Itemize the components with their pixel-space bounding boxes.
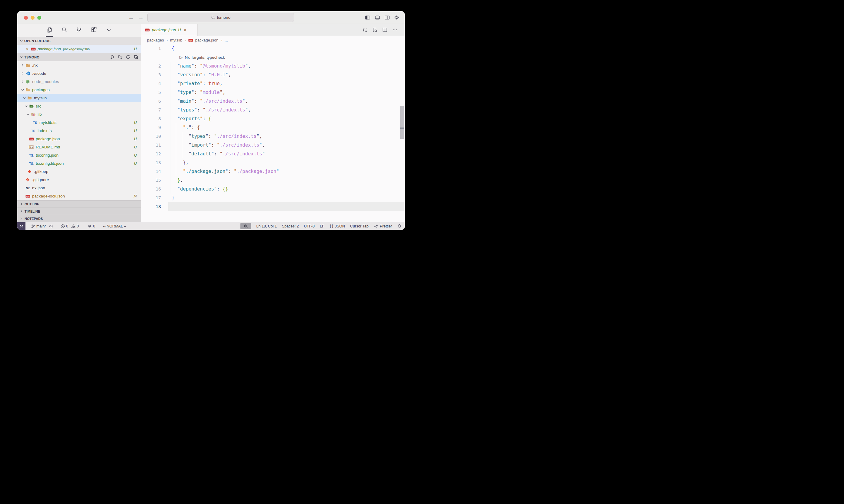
scrollbar-thumb[interactable]	[400, 106, 404, 139]
toggle-primary-sidebar-icon[interactable]	[365, 15, 371, 20]
npm-file-icon: npm	[188, 38, 193, 42]
collapse-folders-icon[interactable]	[134, 55, 138, 59]
tree-item-mytslib-ts[interactable]: TSmytslib.tsU	[17, 119, 141, 127]
code-line-4[interactable]: 4 "private": true,	[141, 79, 405, 88]
warnings-count: 0	[77, 224, 79, 228]
open-editors-header[interactable]: OPEN EDITORS	[17, 37, 141, 45]
code-line-14[interactable]: 14 "./package.json": "./package.json"	[141, 167, 405, 176]
toggle-secondary-sidebar-icon[interactable]	[384, 15, 390, 20]
search-editor-icon[interactable]	[372, 27, 377, 32]
code-line-6[interactable]: 6 "main": "./src/index.ts",	[141, 97, 405, 106]
formatter-indicator[interactable]: Prettier	[374, 224, 392, 228]
svg-text:npm: npm	[32, 48, 35, 50]
code-line-10[interactable]: 10 "types": "./src/index.ts",	[141, 132, 405, 141]
code-line-2[interactable]: 2 "name": "@tsmono/mytslib",	[141, 62, 405, 71]
code-editor[interactable]: 1{▷Nx Targets: typecheck2 "name": "@tsmo…	[141, 44, 405, 222]
code-line-12[interactable]: 12 "default": "./src/index.ts"	[141, 150, 405, 158]
tree-item-readme-md[interactable]: MREADME.mdU	[17, 143, 141, 151]
line-number: 11	[141, 141, 161, 150]
screencast-zoom-badge[interactable]	[240, 223, 251, 229]
code-line-11[interactable]: 11 "import": "./src/index.ts",	[141, 141, 405, 150]
tree-item-tsconfig-json[interactable]: TStsconfig.jsonU	[17, 151, 141, 159]
tree-item--gitignore[interactable]: .gitignore	[17, 176, 141, 184]
code-line-7[interactable]: 7 "types": "./src/index.ts",	[141, 106, 405, 114]
code-line-17[interactable]: 17}	[141, 194, 405, 202]
back-icon[interactable]: ←	[128, 14, 134, 21]
breadcrumb-item[interactable]: mytslib	[170, 38, 182, 42]
tree-item-src[interactable]: src	[17, 102, 141, 110]
split-editor-icon[interactable]	[382, 27, 387, 32]
node-icon: js	[25, 79, 30, 84]
encoding-setting[interactable]: UTF-8	[304, 224, 315, 228]
close-editor-icon[interactable]: ×	[26, 47, 29, 52]
cursor-tab-indicator[interactable]: Cursor Tab	[350, 224, 369, 228]
remote-indicator[interactable]	[17, 222, 25, 230]
tree-item-package-json[interactable]: npmpackage.jsonU	[17, 135, 141, 143]
code-text: }	[161, 194, 174, 202]
code-line-1[interactable]: 1{	[141, 44, 405, 53]
explorer-icon[interactable]	[46, 24, 53, 37]
tree-item-nx-json[interactable]: Nxnx.json	[17, 184, 141, 192]
breadcrumb-item[interactable]: package.json	[195, 38, 219, 42]
open-changes-icon[interactable]	[362, 27, 367, 32]
tree-item-node-modules[interactable]: jsnode_modules	[17, 77, 141, 86]
forward-icon[interactable]: →	[138, 14, 144, 21]
open-editor-item[interactable]: × npm package.json packages/mytslib U	[17, 45, 141, 53]
minimize-window-button[interactable]	[31, 16, 35, 20]
vim-mode-indicator[interactable]: -- NORMAL --	[103, 224, 126, 228]
tree-item--nx[interactable]: .nx	[17, 61, 141, 69]
command-center-search[interactable]: tsmono	[147, 13, 294, 22]
outline-section[interactable]: OUTLINE	[17, 200, 141, 208]
source-control-icon[interactable]	[75, 24, 83, 37]
tree-item-index-ts[interactable]: TSindex.tsU	[17, 127, 141, 135]
tab-close-icon[interactable]: ×	[184, 27, 187, 32]
views-chevron-down-icon[interactable]	[105, 24, 113, 37]
tree-item-package-lock-json[interactable]: npmpackage-lock.jsonM	[17, 192, 141, 200]
toggle-panel-icon[interactable]	[375, 15, 380, 20]
code-line-8[interactable]: 8 "exports": {	[141, 114, 405, 123]
code-line-9[interactable]: 9 ".": {	[141, 123, 405, 132]
new-folder-icon[interactable]	[118, 55, 122, 59]
tree-item-lib[interactable]: lib	[17, 110, 141, 119]
chevron-down-icon	[24, 105, 29, 108]
maximize-window-button[interactable]	[37, 16, 41, 20]
more-actions-icon[interactable]	[392, 27, 397, 32]
breadcrumb-item[interactable]: packages	[147, 38, 164, 42]
eol-setting[interactable]: LF	[320, 224, 324, 228]
language-mode[interactable]: {} JSON	[329, 224, 345, 228]
branch-indicator[interactable]: main*	[31, 224, 53, 228]
breadcrumb-item[interactable]: ...	[225, 38, 228, 42]
problems-indicator[interactable]: 0 0	[61, 224, 79, 228]
code-line-15[interactable]: 15 },	[141, 176, 405, 185]
code-line-18[interactable]: 18	[141, 202, 405, 211]
code-text: "version": "0.0.1",	[161, 71, 231, 79]
search-view-icon[interactable]	[61, 24, 68, 37]
tab-dirty-badge: U	[178, 28, 181, 32]
code-line-13[interactable]: 13 },	[141, 158, 405, 167]
tree-item-packages[interactable]: packages	[17, 86, 141, 94]
extensions-icon[interactable]	[90, 24, 98, 37]
tree-item-tsconfig-lib-json[interactable]: TStsconfig.lib.jsonU	[17, 159, 141, 167]
tree-item-label: nx.json	[32, 186, 45, 190]
tab-package-json[interactable]: npm package.json U ×	[141, 24, 198, 36]
new-file-icon[interactable]	[110, 55, 115, 59]
ports-indicator[interactable]: 0	[87, 224, 95, 228]
codelens-nx-targets[interactable]: ▷Nx Targets: typecheck	[141, 53, 405, 62]
svg-text:Nx: Nx	[26, 186, 30, 190]
close-window-button[interactable]	[24, 16, 28, 20]
tree-item-mytslib[interactable]: mytslib	[17, 94, 141, 102]
workspace-header[interactable]: TSMONO	[17, 53, 141, 61]
tree-item--vscode[interactable]: .vscode	[17, 69, 141, 77]
tree-item--gitkeep[interactable]: .gitkeep	[17, 167, 141, 176]
code-line-3[interactable]: 3 "version": "0.0.1",	[141, 71, 405, 79]
notifications-bell-icon[interactable]	[397, 224, 402, 228]
git-status-badge: U	[134, 161, 137, 166]
code-line-16[interactable]: 16 "dependencies": {}	[141, 185, 405, 194]
timeline-section[interactable]: TIMELINE	[17, 208, 141, 215]
cursor-position[interactable]: Ln 18, Col 1	[257, 224, 277, 228]
settings-gear-icon[interactable]	[394, 15, 400, 20]
indentation-setting[interactable]: Spaces: 2	[282, 224, 299, 228]
notepads-section[interactable]: NOTEPADS	[17, 215, 141, 222]
code-line-5[interactable]: 5 "type": "module",	[141, 88, 405, 97]
refresh-icon[interactable]	[126, 55, 131, 59]
